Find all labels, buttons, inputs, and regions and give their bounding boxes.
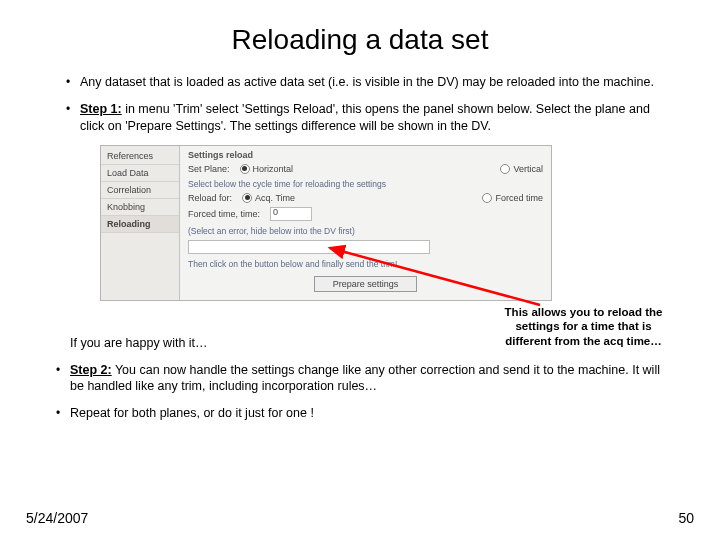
step2-label: Step 2: (70, 363, 112, 377)
reload-acq-radio[interactable]: Acq. Time (242, 193, 295, 203)
radio-unselected-icon (500, 164, 510, 174)
forced-time-value: 0 (273, 207, 278, 217)
footer-page: 50 (678, 510, 694, 526)
settings-reload-panel: References Load Data Correlation Knobbin… (100, 145, 552, 301)
sidebar-item-references[interactable]: References (101, 148, 179, 165)
forced-time-row: Forced time, time: 0 (188, 207, 543, 221)
panel-main: Settings reload Set Plane: Horizontal Ve… (180, 146, 551, 300)
hint-select-error: (Select an error, hide below into the DV… (188, 226, 543, 236)
error-input[interactable] (188, 240, 430, 254)
radio-selected-icon (242, 193, 252, 203)
bullet-intro: Any dataset that is loaded as active dat… (66, 74, 664, 91)
plane-horizontal-label: Horizontal (253, 164, 294, 174)
top-bullets: Any dataset that is loaded as active dat… (66, 74, 664, 135)
bullet-repeat: Repeat for both planes, or do it just fo… (56, 405, 664, 422)
happy-line: If you are happy with it… (56, 335, 664, 352)
plane-label: Set Plane: (188, 164, 230, 174)
forced-time-input[interactable]: 0 (270, 207, 312, 221)
hint-select-cycle-time: Select below the cycle time for reloadin… (188, 179, 543, 189)
bullet-step2: Step 2: You can now handle the settings … (56, 362, 664, 396)
slide: Reloading a data set Any dataset that is… (0, 0, 720, 540)
reload-acq-label: Acq. Time (255, 193, 295, 203)
sidebar-item-load-data[interactable]: Load Data (101, 165, 179, 182)
step2-text: You can now handle the settings change l… (70, 363, 660, 394)
plane-vertical-radio[interactable]: Vertical (500, 164, 543, 174)
radio-selected-icon (240, 164, 250, 174)
reload-forced-radio[interactable]: Forced time (482, 193, 543, 203)
hint-click-button: Then click on the button below and final… (188, 259, 543, 269)
reload-forced-label: Forced time (495, 193, 543, 203)
slide-title: Reloading a data set (26, 24, 694, 56)
radio-unselected-icon (482, 193, 492, 203)
prepare-settings-button[interactable]: Prepare settings (314, 276, 418, 292)
plane-row: Set Plane: Horizontal Vertical (188, 164, 543, 174)
error-input-row (188, 240, 543, 254)
footer-date: 5/24/2007 (26, 510, 88, 526)
reload-for-label: Reload for: (188, 193, 232, 203)
bullet-step1: Step 1: in menu 'Trim' select 'Settings … (66, 101, 664, 135)
prepare-row: Prepare settings (188, 272, 543, 292)
panel-section-title: Settings reload (188, 150, 543, 160)
plane-horizontal-radio[interactable]: Horizontal (240, 164, 294, 174)
step1-label: Step 1: (80, 102, 122, 116)
lower-bullets: If you are happy with it… Step 2: You ca… (56, 335, 664, 423)
sidebar-item-reloading[interactable]: Reloading (101, 216, 179, 233)
sidebar-item-correlation[interactable]: Correlation (101, 182, 179, 199)
panel-sidebar: References Load Data Correlation Knobbin… (101, 146, 180, 300)
forced-time-label: Forced time, time: (188, 209, 260, 219)
plane-vertical-label: Vertical (513, 164, 543, 174)
reload-for-row: Reload for: Acq. Time Forced time (188, 193, 543, 203)
sidebar-item-knobbing[interactable]: Knobbing (101, 199, 179, 216)
slide-footer: 5/24/2007 50 (26, 510, 694, 526)
step1-text: in menu 'Trim' select 'Settings Reload',… (80, 102, 650, 133)
